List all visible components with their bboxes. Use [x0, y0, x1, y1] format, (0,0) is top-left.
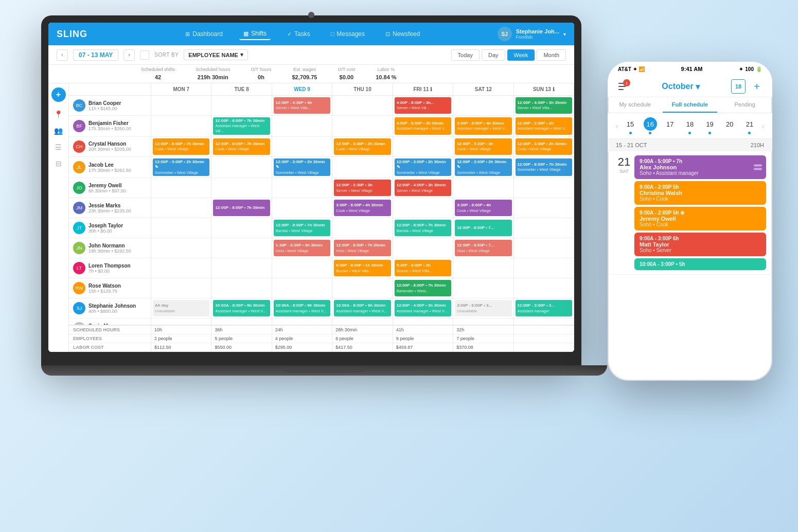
shift-cell-thu[interactable]: 12:00P - 3:00P • 2h 30min Cook • West Vi… — [332, 137, 393, 156]
week-day-16[interactable]: 16 — [644, 117, 657, 134]
shift-cell-thu[interactable]: 10:00A - 8:00P • 9h 30min Assistant mana… — [332, 298, 393, 318]
shift-cell-sat[interactable] — [453, 318, 513, 325]
shift-cell-tue[interactable] — [211, 318, 272, 325]
shift-cell-sun[interactable] — [514, 218, 574, 238]
nav-messages[interactable]: □ Messages — [327, 28, 369, 40]
phone-shift-card[interactable]: 9:00A - 2:00P 5h Christina Walsh Soho • … — [634, 181, 766, 205]
shift-block[interactable]: 12:00P - 8:00P • 7h 30min — [213, 200, 270, 216]
shift-cell-mon[interactable] — [151, 318, 211, 325]
shift-cell-sun[interactable] — [514, 198, 574, 218]
shift-cell-tue[interactable]: 12:00P - 8:00P • 7h 30min Assistant mana… — [211, 116, 272, 136]
shift-cell-wed[interactable] — [272, 178, 332, 198]
shift-cell-tue[interactable]: 12:00P - 8:00P • 7h 30min Cook • West Vi… — [211, 137, 272, 156]
shift-cell-thu[interactable]: 12:00P - 8:00P • 7h 30min Host • West Vi… — [332, 238, 393, 258]
next-week-button[interactable]: › — [123, 49, 135, 61]
shift-cell-thu[interactable] — [332, 96, 393, 115]
week-day-21[interactable]: 21 — [743, 117, 756, 134]
shift-block[interactable]: 12:00P - 4:30P • 4h Server • West Villa.… — [274, 97, 330, 114]
week-day-19[interactable]: 19 — [703, 117, 717, 134]
add-shift-button[interactable]: + — [750, 79, 764, 94]
shift-cell-thu[interactable] — [332, 157, 393, 178]
shift-block[interactable]: 12:00P - 8:00P • 7... Host • West Villag… — [455, 240, 511, 256]
shift-cell-thu[interactable]: 12:00P - 3:30P • 3h Server • West Villag… — [332, 178, 393, 198]
user-menu[interactable]: SJ Stephanie Joh... Foodlab ▾ — [498, 27, 566, 41]
today-button[interactable]: Today — [451, 49, 480, 61]
shift-cell-mon[interactable] — [151, 238, 211, 258]
add-shift-button[interactable]: + — [51, 87, 66, 102]
shift-block[interactable]: 4:00P - 8:00P • 3h... Server • West Vill… — [395, 97, 451, 114]
shift-block[interactable]: 12:00P - 4:00P • 3h 30min Assistant mana… — [395, 300, 451, 316]
shift-cell-sat[interactable]: 12:00P - 8:00P • 7... Host • West Villag… — [453, 238, 513, 258]
shift-cell-sat[interactable] — [453, 258, 513, 278]
shift-cell-mon[interactable] — [151, 178, 211, 198]
shift-block[interactable]: 10:00A - 8:00P • 9h 30min Assistant mana… — [213, 300, 270, 316]
shift-cell-sun[interactable] — [514, 278, 574, 298]
shift-cell-fri[interactable]: 12:00P - 3:00P • 2h 30min ✎ Sommelier • … — [393, 157, 453, 178]
shift-cell-fri[interactable]: 5:30P - 8:00P • 2h Busser • West Villa..… — [393, 258, 453, 278]
shift-block[interactable]: 3:00P - 8:00P • 4h 30min Cook • West Vil… — [334, 200, 391, 216]
shift-cell-wed[interactable]: 12:00P - 4:30P • 4h Server • West Villa.… — [272, 96, 332, 115]
shift-cell-sat[interactable] — [453, 178, 513, 198]
shift-block[interactable]: 12:00P - 8:00P • 7h 30min Barista • West… — [274, 220, 330, 236]
shift-block[interactable]: 12:00P - 3:30P • 3h Cook • West Village — [455, 138, 511, 155]
shift-block[interactable]: 5:30P - 8:00P • 2h Busser • West Villa..… — [395, 260, 451, 276]
shift-cell-sat[interactable]: 3:00P - 6:00P • 3... Unavailable — [453, 298, 513, 318]
shift-cell-wed[interactable] — [272, 137, 332, 156]
day-view-button[interactable]: Day — [482, 49, 505, 61]
nav-shifts[interactable]: ▦ Shifts — [239, 28, 271, 40]
week-day-17[interactable]: 17 — [663, 117, 677, 134]
shift-cell-mon[interactable]: 12:00P - 3:00P • 2h 30min ✎ Sommelier • … — [151, 157, 211, 178]
shift-block[interactable]: 1:30P - 6:30P • 4h 30min Host • West Vil… — [274, 240, 330, 256]
shift-cell-wed[interactable] — [272, 278, 332, 298]
shift-cell-sun[interactable]: 12:00P - 2:00P • 2h Assistant manager • … — [514, 116, 574, 136]
shift-cell-fri[interactable] — [393, 137, 453, 156]
prev-week-button[interactable]: ‹ — [57, 49, 68, 61]
shift-cell-sun[interactable]: 12:00P - 8:00P • 7h 30min Sommelier • We… — [514, 157, 574, 178]
week-day-20[interactable]: 20 — [723, 117, 736, 134]
shift-cell-sun[interactable]: 12:00P - 3:00P • 2h 30min Cook • West Vi… — [514, 137, 574, 156]
shift-cell-mon[interactable] — [151, 258, 211, 278]
shift-block[interactable]: 12:00P - 8:00P • 7h 30min Host • West Vi… — [334, 240, 391, 256]
shift-block[interactable]: 12:00P - 8:00P • 7... — [455, 220, 511, 236]
shift-cell-wed[interactable]: 12:00P - 8:00P • 7h 30min Barista • West… — [272, 218, 332, 238]
shift-cell-sun[interactable] — [514, 258, 574, 278]
shift-cell-tue[interactable]: 12:00P - 8:00P • 7h 30min — [211, 198, 272, 218]
shift-block[interactable]: 12:00P - 3:00P • 2h 30min ✎ Sommelier • … — [395, 158, 451, 176]
select-all-checkbox[interactable] — [140, 50, 149, 60]
shift-cell-wed[interactable] — [272, 258, 332, 278]
shift-block[interactable]: 12:00P - 4:00P • 3h 30min Server • West … — [395, 180, 451, 196]
shift-cell-fri[interactable]: 12:00P - 4:00P • 3h 30min Server • West … — [393, 178, 453, 198]
tab-pending[interactable]: Pending — [717, 97, 772, 113]
shift-block[interactable]: 12:00P - 2:00P • 2h Assistant manager • … — [516, 117, 572, 135]
sort-dropdown[interactable]: EMPLOYEE NAME ▾ — [184, 49, 248, 60]
shift-block[interactable]: 3:00P - 8:00P • 4h 30min Assistant manag… — [455, 117, 511, 135]
shift-block[interactable]: 12:00P - 3:00P • 2h 30min Cook • West Vi… — [516, 138, 572, 155]
shift-cell-thu[interactable] — [332, 318, 393, 325]
shift-block[interactable]: 3:00P - 6:00P • 3... Unavailable — [455, 300, 511, 316]
list-icon[interactable]: ☰ — [55, 143, 62, 151]
shift-block[interactable]: 12:00P - 3:00P • 3... Assistant manager — [516, 300, 572, 316]
shift-block[interactable]: 4:00P - 8:00P • 3h 30min Assistant manag… — [395, 117, 451, 135]
next-week-nav[interactable]: › — [759, 122, 766, 130]
shift-cell-sun[interactable]: 12:00P - 3:00P • 3... Assistant manager — [514, 298, 574, 318]
shift-cell-tue[interactable]: 10:00A - 8:00P • 9h 30min Assistant mana… — [211, 298, 272, 318]
month-view-button[interactable]: Month — [537, 49, 566, 61]
phone-shift-card[interactable]: 9:00A - 5:00P • 7h Alex Johnson Soho • A… — [634, 155, 766, 179]
shift-block[interactable]: 12:00P - 3:00P • 2h 30min ✎ Sommelier • … — [153, 158, 209, 176]
calendar-button[interactable]: 18 — [731, 79, 746, 94]
week-day-18[interactable]: 18 — [683, 117, 697, 134]
shift-cell-thu[interactable]: 3:00P - 8:00P • 4h 30min Cook • West Vil… — [332, 198, 393, 218]
filter-icon[interactable]: ⊟ — [56, 159, 62, 168]
shift-cell-mon[interactable] — [151, 116, 211, 136]
shift-block[interactable]: 12:00P - 3:00P • 2h 30min ✎ Sommelier • … — [274, 158, 330, 176]
week-view-button[interactable]: Week — [507, 49, 535, 61]
shift-cell-mon[interactable]: All day Unavailable — [151, 298, 211, 318]
shift-cell-fri[interactable]: 4:00P - 8:00P • 3h... Server • West Vill… — [393, 96, 453, 115]
shift-block[interactable]: 12:00P - 8:00P • 7h 30min Barista • West… — [395, 220, 451, 236]
shift-cell-thu[interactable] — [332, 278, 393, 298]
users-icon[interactable]: 👥 — [54, 127, 63, 135]
shift-cell-fri[interactable]: 12:00P - 8:00P • 7h 30min Bartender • We… — [393, 278, 453, 298]
shift-cell-fri[interactable] — [393, 198, 453, 218]
phone-shift-card[interactable]: 9:00A - 2:00P 5h ⊕ Jeremy Owell Soho • C… — [634, 207, 766, 230]
shift-cell-fri[interactable]: 4:00P - 8:00P • 3h 30min Assistant manag… — [393, 116, 453, 136]
